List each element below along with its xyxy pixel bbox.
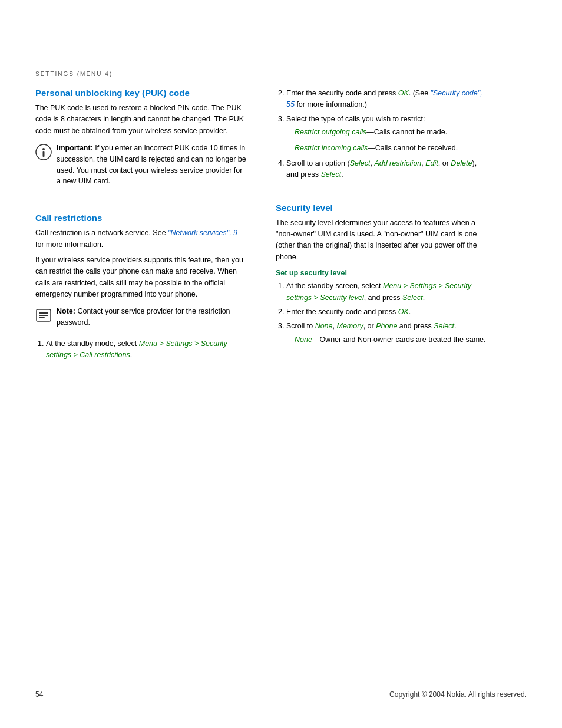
ok-link2: OK (398, 308, 409, 316)
right-column: Enter the security code and press OK. (S… (276, 88, 488, 365)
step2-ok-link: OK (398, 89, 409, 97)
important-note-box: Important: If you enter an incorrect PUK… (35, 143, 247, 191)
delete-link: Delete (451, 159, 472, 167)
restrict-incoming-link: Restrict incoming calls (295, 144, 368, 152)
select-link4: Select (434, 322, 454, 330)
restrict-outgoing: Restrict outgoing calls—Calls cannot be … (295, 127, 488, 138)
step-2: Enter the security code and press OK. (S… (286, 88, 488, 111)
none-desc-text: None—Owner and Non-owner cards are treat… (295, 334, 488, 345)
page-header: Settings (Menu 4) (35, 71, 527, 77)
edit-link: Edit (425, 159, 438, 167)
call-restrictions-p2: If your wireless service providers suppo… (35, 255, 247, 301)
section-divider-right (276, 192, 488, 192)
two-column-layout: Personal unblocking key (PUK) code The P… (35, 88, 527, 365)
section-security-level: Security level The security level determ… (276, 203, 488, 345)
sec-step-3: Scroll to None, Memory, or Phone and pre… (286, 321, 488, 345)
select-link3: Select (402, 294, 423, 302)
none-term: None (295, 335, 312, 344)
step-3: Select the type of calls you wish to res… (286, 114, 488, 154)
section-puk: Personal unblocking key (PUK) code The P… (35, 88, 247, 191)
svg-rect-2 (43, 151, 45, 157)
call-restrictions-title: Call restrictions (35, 213, 247, 223)
page-footer: 54 Copyright © 2004 Nokia. All rights re… (0, 690, 562, 699)
call-restrictions-steps-right: Enter the security code and press OK. (S… (276, 88, 488, 181)
note-text: Note: Contact your service provider for … (57, 306, 247, 328)
memory-link: Memory (336, 322, 363, 330)
call-restrictions-steps: At the standby mode, select Menu > Setti… (35, 338, 247, 361)
select-link2: Select (320, 170, 341, 179)
phone-link: Phone (376, 322, 397, 330)
section-call-restrictions: Call restrictions Call restriction is a … (35, 213, 247, 361)
copyright: Copyright © 2004 Nokia. All rights reser… (389, 690, 527, 699)
security-level-p1: The security level determines your acces… (276, 218, 488, 263)
restrict-options: Restrict outgoing calls—Calls cannot be … (295, 127, 488, 154)
svg-point-1 (42, 148, 45, 150)
call-restrictions-p1: Call restriction is a network service. S… (35, 228, 247, 251)
restrict-incoming: Restrict incoming calls—Calls cannot be … (295, 143, 488, 154)
none-description: None—Owner and Non-owner cards are treat… (295, 334, 488, 345)
select-link: Select (350, 159, 371, 167)
sec-step-2: Enter the security code and press OK. (286, 307, 488, 318)
restrict-outgoing-link: Restrict outgoing calls (295, 128, 366, 136)
note-box: Note: Contact your service provider for … (35, 306, 247, 332)
left-column: Personal unblocking key (PUK) code The P… (35, 88, 247, 365)
important-note-text: Important: If you enter an incorrect PUK… (57, 143, 247, 187)
svg-rect-5 (39, 315, 48, 316)
page: Settings (Menu 4) Personal unblocking ke… (0, 0, 562, 728)
svg-rect-6 (39, 317, 45, 318)
add-restriction-link: Add restriction (374, 159, 421, 167)
puk-title: Personal unblocking key (PUK) code (35, 88, 247, 98)
step-4: Scroll to an option (Select, Add restric… (286, 158, 488, 181)
security-level-title: Security level (276, 203, 488, 213)
page-number: 54 (35, 690, 43, 699)
svg-rect-4 (39, 312, 48, 314)
sec-step-1: At the standby screen, select Menu > Set… (286, 281, 488, 304)
step-1: At the standby mode, select Menu > Setti… (46, 338, 247, 361)
note-icon (35, 307, 52, 324)
section-divider (35, 202, 247, 202)
puk-paragraph: The PUK code is used to restore a blocke… (35, 103, 247, 137)
set-security-level-title: Set up security level (276, 269, 488, 277)
network-services-link: "Network services", 9 (168, 229, 237, 237)
security-level-steps: At the standby screen, select Menu > Set… (276, 281, 488, 345)
important-icon (35, 144, 52, 160)
none-link: None (315, 322, 333, 330)
step1-text: At the standby mode, select (46, 340, 139, 348)
step1-suffix: . (130, 351, 132, 359)
